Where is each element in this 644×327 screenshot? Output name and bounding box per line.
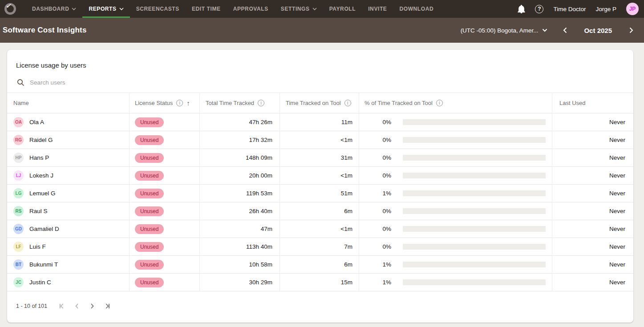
- last-used-value: Never: [609, 208, 625, 214]
- column-header-pct-time[interactable]: % of Time Tracked on Tool i: [359, 93, 552, 113]
- table-row: GD Gamaliel D Unused 47m <1m 0% Never: [7, 220, 633, 238]
- table-row: LG Lemuel G Unused 119h 53m 51m 1% Never: [7, 185, 633, 202]
- last-used-value: Never: [609, 119, 625, 125]
- usage-bar: [403, 173, 546, 178]
- total-time-value: 47m: [261, 226, 272, 232]
- avatar: OA: [13, 117, 24, 127]
- search-input[interactable]: [30, 79, 217, 86]
- tool-time-value: 6m: [344, 208, 352, 214]
- nav-item-screencasts[interactable]: SCREENCASTS: [130, 0, 186, 18]
- user-avatar[interactable]: JP: [626, 3, 639, 15]
- chevron-down-icon: [72, 8, 76, 10]
- nav-item-invite[interactable]: INVITE: [362, 0, 393, 18]
- status-badge: Unused: [135, 206, 164, 216]
- column-header-last-used[interactable]: Last Used: [552, 93, 633, 113]
- next-page-button[interactable]: [85, 300, 100, 312]
- usage-bar: [403, 119, 546, 125]
- last-used-value: Never: [609, 154, 625, 161]
- status-badge: Unused: [135, 117, 164, 127]
- info-icon[interactable]: i: [258, 100, 264, 106]
- timezone-selector[interactable]: (UTC -05:00) Bogota, Amer...: [461, 27, 548, 34]
- total-time-value: 47h 26m: [249, 119, 272, 125]
- next-period-button[interactable]: [624, 24, 638, 37]
- last-page-button[interactable]: [100, 300, 115, 312]
- chevron-right-icon: [629, 27, 633, 33]
- pct-value: 1%: [359, 190, 391, 197]
- last-used-value: Never: [609, 190, 625, 197]
- pct-value: 0%: [359, 243, 391, 250]
- nav-item-edit-time[interactable]: EDIT TIME: [186, 0, 227, 18]
- last-used-value: Never: [609, 261, 625, 268]
- nav-item-reports[interactable]: REPORTS: [82, 0, 130, 18]
- notifications-bell-icon[interactable]: [518, 5, 525, 13]
- chevron-left-icon: [73, 302, 81, 310]
- help-icon[interactable]: ?: [535, 5, 543, 13]
- tool-time-value: 51m: [341, 190, 352, 197]
- tool-time-value: <1m: [340, 137, 352, 143]
- usage-bar: [403, 155, 546, 161]
- table-row: LF Luis F Unused 113h 40m 7m 0% Never: [7, 238, 633, 256]
- info-icon[interactable]: i: [344, 100, 351, 106]
- table-row: RG Raidel G Unused 17h 32m <1m 0% Never: [7, 131, 633, 149]
- avatar: BT: [13, 259, 24, 270]
- nav-item-approvals[interactable]: APPROVALS: [227, 0, 275, 18]
- nav-item-payroll[interactable]: PAYROLL: [323, 0, 362, 18]
- chevron-right-icon: [88, 302, 96, 310]
- previous-period-button[interactable]: [558, 24, 571, 37]
- chevron-down-icon: [312, 8, 317, 10]
- user-name: Gamaliel D: [29, 226, 59, 232]
- column-header-total-time[interactable]: Total Time Tracked i: [199, 93, 279, 113]
- total-time-value: 113h 40m: [246, 243, 272, 250]
- user-name: Luis F: [29, 243, 46, 250]
- total-time-value: 30h 29m: [249, 279, 272, 286]
- user-name: Raul S: [29, 208, 48, 214]
- column-header-license-status[interactable]: License Status i ↑: [129, 93, 199, 113]
- table-row: OA Ola A Unused 47h 26m 11m 0% Never: [7, 113, 633, 131]
- tool-time-value: 31m: [341, 154, 352, 161]
- info-icon[interactable]: i: [436, 100, 443, 106]
- nav-item-settings[interactable]: SETTINGS: [275, 0, 323, 18]
- last-used-value: Never: [609, 279, 625, 286]
- avatar: HP: [13, 153, 24, 163]
- table-header: Name License Status i ↑ Total Time Track…: [7, 93, 633, 113]
- avatar: GD: [13, 224, 24, 234]
- table-row: LJ Lokesh J Unused 20h 00m <1m 0% Never: [7, 167, 633, 185]
- first-page-button[interactable]: [54, 300, 69, 312]
- column-header-name[interactable]: Name: [7, 93, 129, 113]
- nav-item-dashboard[interactable]: DASHBOARD: [26, 0, 82, 18]
- usage-bar: [403, 244, 546, 250]
- chevron-down-icon: [119, 8, 124, 10]
- timezone-label: (UTC -05:00) Bogota, Amer...: [461, 27, 539, 34]
- page-title: Software Cost Insights: [3, 26, 87, 35]
- search-bar: [7, 72, 633, 93]
- previous-page-button[interactable]: [69, 300, 85, 312]
- avatar: LF: [13, 242, 24, 252]
- usage-bar: [403, 137, 546, 143]
- last-used-value: Never: [609, 226, 625, 232]
- pct-value: 0%: [359, 172, 391, 179]
- pagination: 1 - 10 of 101: [7, 291, 633, 323]
- user-name-label[interactable]: Jorge P: [595, 6, 616, 12]
- avatar: LJ: [13, 170, 24, 181]
- status-badge: Unused: [135, 278, 164, 287]
- total-time-value: 17h 32m: [249, 137, 272, 143]
- user-name: Ola A: [29, 119, 44, 125]
- info-icon[interactable]: i: [176, 100, 183, 106]
- avatar: RS: [13, 206, 24, 216]
- total-time-value: 10h 58m: [249, 261, 272, 268]
- sort-asc-icon[interactable]: ↑: [186, 99, 190, 107]
- app-window: ✓ DASHBOARDREPORTSSCREENCASTSEDIT TIMEAP…: [0, 0, 644, 327]
- column-header-tool-time[interactable]: Time Tracked on Tool i: [279, 93, 359, 113]
- pct-value: 1%: [359, 261, 391, 268]
- nav-item-download[interactable]: DOWNLOAD: [393, 0, 440, 18]
- top-navigation-bar: ✓ DASHBOARDREPORTSSCREENCASTSEDIT TIMEAP…: [0, 0, 644, 18]
- pct-value: 0%: [359, 154, 391, 161]
- last-used-value: Never: [609, 137, 625, 143]
- timedoctor-logo-icon[interactable]: ✓: [4, 3, 16, 15]
- tool-time-value: <1m: [340, 172, 352, 179]
- main-menu: DASHBOARDREPORTSSCREENCASTSEDIT TIMEAPPR…: [26, 0, 440, 18]
- search-icon: [17, 79, 24, 86]
- tool-time-value: 11m: [341, 119, 352, 125]
- usage-bar: [403, 279, 546, 285]
- table-body: OA Ola A Unused 47h 26m 11m 0% Never RG …: [7, 113, 633, 291]
